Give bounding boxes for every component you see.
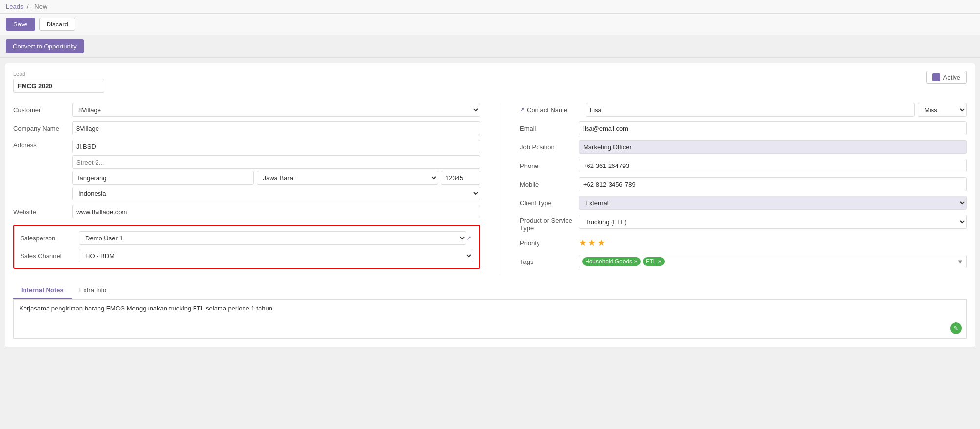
mobile-input[interactable] xyxy=(579,177,967,191)
customer-value: 8Village xyxy=(72,103,480,117)
priority-star-1[interactable]: ★ xyxy=(579,238,587,248)
website-input[interactable] xyxy=(72,205,480,218)
tags-container[interactable]: Household Goods ✕ FTL ✕ ▼ xyxy=(579,255,967,268)
phone-field-row: Phone xyxy=(520,158,967,173)
contact-name-value: Miss xyxy=(586,103,967,117)
breadcrumb: Leads / New xyxy=(6,3,49,10)
priority-star-2[interactable]: ★ xyxy=(588,238,596,248)
lead-title-section: Lead xyxy=(13,71,104,93)
priority-stars: ★ ★ ★ xyxy=(579,238,967,248)
right-section: ↗ Contact Name Miss Email Job Position xyxy=(500,102,967,275)
email-input[interactable] xyxy=(579,121,967,135)
notes-edit-icon[interactable]: ✎ xyxy=(950,322,962,334)
address-block: Jawa Barat Indonesia xyxy=(72,140,480,200)
action-toolbar: Save Discard xyxy=(0,14,980,35)
address-field-row: Address Jawa Barat xyxy=(13,140,480,200)
job-position-field-row: Job Position xyxy=(520,140,967,154)
priority-label: Priority xyxy=(520,239,579,247)
product-service-select[interactable]: Trucking (FTL) xyxy=(579,215,967,229)
mobile-value xyxy=(579,177,967,191)
phone-value xyxy=(579,159,967,172)
tags-value: Household Goods ✕ FTL ✕ ▼ xyxy=(579,255,967,268)
website-field-row: Website xyxy=(13,204,480,219)
salesperson-section: Salesperson Demo User 1 ↗ Sales Channel … xyxy=(13,225,480,269)
notes-content: Kerjasama pengiriman barang FMCG Menggun… xyxy=(14,299,966,338)
salesperson-link-icon[interactable]: ↗ xyxy=(466,235,471,241)
priority-field-row: Priority ★ ★ ★ xyxy=(520,236,967,250)
tag-ftl-remove[interactable]: ✕ xyxy=(658,259,662,265)
priority-star-3[interactable]: ★ xyxy=(597,238,605,248)
sales-channel-select[interactable]: HO - BDM xyxy=(79,249,473,262)
save-button[interactable]: Save xyxy=(6,18,35,31)
product-service-label: Product or Service Type xyxy=(520,215,579,232)
company-name-value xyxy=(72,121,480,135)
contact-first-name-input[interactable] xyxy=(586,103,915,117)
tag-household-goods: Household Goods ✕ xyxy=(582,257,641,266)
client-type-value: External xyxy=(579,196,967,210)
address-label: Address xyxy=(13,140,72,149)
notes-text: Kerjasama pengiriman barang FMCG Menggun… xyxy=(19,305,272,312)
discard-button[interactable]: Discard xyxy=(39,18,75,31)
job-position-value xyxy=(579,140,967,154)
convert-action-bar: Convert to Opportunity xyxy=(0,35,980,58)
address-state-select[interactable]: Jawa Barat xyxy=(257,171,439,185)
salesperson-field-row: Salesperson Demo User 1 ↗ xyxy=(20,231,473,245)
customer-select[interactable]: 8Village xyxy=(72,103,480,117)
company-name-label: Company Name xyxy=(13,125,72,132)
tag-household-goods-label: Household Goods xyxy=(585,258,632,265)
customer-label: Customer xyxy=(13,106,72,114)
address-city-input[interactable] xyxy=(72,171,254,185)
lead-title-input[interactable] xyxy=(13,79,104,93)
contact-name-label: Contact Name xyxy=(527,106,586,114)
tag-household-goods-remove[interactable]: ✕ xyxy=(634,259,638,265)
contact-title-select[interactable]: Miss xyxy=(918,103,967,117)
client-type-field-row: Client Type External xyxy=(520,195,967,210)
job-position-input[interactable] xyxy=(579,140,967,154)
contact-name-link-icon[interactable]: ↗ xyxy=(520,106,525,113)
tab-internal-notes[interactable]: Internal Notes xyxy=(13,283,72,299)
salesperson-label: Salesperson xyxy=(20,235,79,242)
left-section: Customer 8Village Company Name Address xyxy=(13,102,480,275)
email-field-row: Email xyxy=(520,121,967,136)
company-name-input[interactable] xyxy=(72,121,480,135)
active-status-badge[interactable]: Active xyxy=(926,71,967,84)
email-label: Email xyxy=(520,125,579,132)
sales-channel-value: HO - BDM xyxy=(79,249,473,262)
company-name-field-row: Company Name xyxy=(13,121,480,136)
sales-channel-label: Sales Channel xyxy=(20,252,79,260)
mobile-field-row: Mobile xyxy=(520,177,967,191)
lead-form: Lead Active Customer 8Village Company N xyxy=(5,63,975,347)
website-label: Website xyxy=(13,208,72,215)
mobile-label: Mobile xyxy=(520,181,579,188)
salesperson-select[interactable]: Demo User 1 xyxy=(79,231,466,245)
lead-label: Lead xyxy=(13,71,104,77)
address-country-select[interactable]: Indonesia xyxy=(72,187,480,200)
form-header: Lead Active xyxy=(13,71,967,93)
tags-label: Tags xyxy=(520,258,579,265)
active-label: Active xyxy=(943,74,960,81)
contact-name-field-row: ↗ Contact Name Miss xyxy=(520,102,967,117)
salesperson-value: Demo User 1 xyxy=(79,231,466,245)
sales-channel-field-row: Sales Channel HO - BDM xyxy=(20,248,473,263)
breadcrumb-leads[interactable]: Leads xyxy=(6,3,23,10)
tabs-bar: Internal Notes Extra Info xyxy=(13,283,967,299)
form-body: Customer 8Village Company Name Address xyxy=(13,102,967,275)
phone-input[interactable] xyxy=(579,159,967,172)
address-street1-input[interactable] xyxy=(72,140,480,153)
tab-extra-info[interactable]: Extra Info xyxy=(72,283,115,299)
convert-to-opportunity-button[interactable]: Convert to Opportunity xyxy=(6,39,84,53)
job-position-label: Job Position xyxy=(520,143,579,151)
breadcrumb-separator: / xyxy=(27,3,29,10)
client-type-label: Client Type xyxy=(520,199,579,207)
tag-ftl: FTL ✕ xyxy=(643,257,665,266)
product-service-value: Trucking (FTL) xyxy=(579,215,967,229)
email-value xyxy=(579,121,967,135)
tags-field-row: Tags Household Goods ✕ FTL ✕ ▼ xyxy=(520,254,967,269)
address-street2-input[interactable] xyxy=(72,155,480,169)
address-zip-input[interactable] xyxy=(441,171,480,185)
customer-field-row: Customer 8Village xyxy=(13,102,480,117)
breadcrumb-bar: Leads / New xyxy=(0,0,980,14)
breadcrumb-current: New xyxy=(34,3,47,10)
client-type-select[interactable]: External xyxy=(579,196,967,210)
tags-dropdown-arrow[interactable]: ▼ xyxy=(957,258,963,265)
